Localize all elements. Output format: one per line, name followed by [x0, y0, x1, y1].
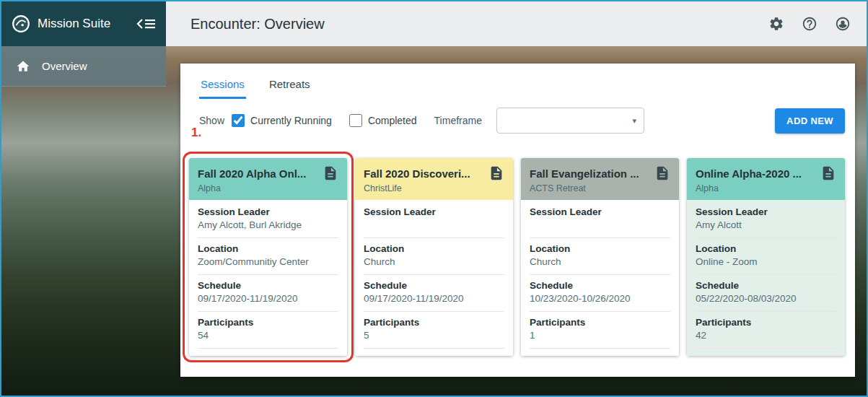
- field-label: Session Leader: [696, 206, 836, 217]
- brand-title: Mission Suite: [38, 17, 110, 31]
- card-header: Fall 2020 Alpha Onl... Alpha: [189, 158, 347, 200]
- field-value: 54: [198, 330, 338, 341]
- field-label: Schedule: [696, 280, 836, 291]
- sidebar-brand: Mission Suite: [1, 1, 166, 46]
- field-value: 42: [696, 330, 836, 341]
- currently-running-label: Currently Running: [250, 115, 332, 126]
- sidebar-item-overview[interactable]: Overview: [1, 46, 166, 87]
- field-label: Participants: [696, 317, 836, 328]
- card-header: Online Alpha-2020 ... Alpha: [687, 158, 845, 200]
- session-card[interactable]: Fall Evangelization ... ACTS Retreat Ses…: [521, 158, 679, 356]
- field-value: 09/17/2020-11/19/2020: [364, 293, 504, 305]
- page-title: Encounter: Overview: [190, 16, 325, 32]
- field-value: Church: [530, 256, 670, 268]
- document-icon[interactable]: [820, 165, 836, 181]
- timeframe-label: Timeframe: [434, 115, 482, 126]
- header: Encounter: Overview: [166, 1, 867, 46]
- timeframe-select[interactable]: ▾: [496, 108, 644, 134]
- content-panel: Sessions Retreats Show Currently Running…: [180, 64, 855, 377]
- chevron-down-icon: ▾: [632, 116, 636, 126]
- card-subtitle: Alpha: [198, 183, 338, 193]
- field-value: Amy Alcott: [696, 219, 836, 231]
- field-value: 05/22/2020-08/03/2020: [696, 293, 836, 305]
- field-label: Participants: [364, 317, 504, 328]
- field-schedule: Schedule 09/17/2020-11/19/2020: [198, 275, 338, 312]
- field-participants: Participants 5: [364, 312, 504, 349]
- card-subtitle: ChristLife: [364, 183, 504, 193]
- field-participants: Participants 1: [530, 312, 670, 349]
- field-label: Schedule: [364, 280, 504, 291]
- field-participants: Participants 54: [198, 312, 338, 349]
- field-label: Session Leader: [530, 206, 670, 217]
- field-value: [364, 219, 504, 231]
- completed-label: Completed: [368, 115, 417, 126]
- card-header: Fall Evangelization ... ACTS Retreat: [521, 158, 679, 200]
- filter-completed[interactable]: Completed: [349, 114, 417, 127]
- annotation-step-number: 1.: [191, 126, 201, 140]
- field-schedule: Schedule 10/23/2020-10/26/2020: [530, 275, 670, 312]
- field-location: Location Online - Zoom: [696, 238, 836, 275]
- field-value: [530, 219, 670, 231]
- card-body: Session Leader Location Church Schedule …: [521, 200, 679, 356]
- card-header: Fall 2020 Discoveri... ChristLife: [355, 158, 513, 200]
- field-value: 09/17/2020-11/19/2020: [198, 293, 338, 305]
- card-body: Session Leader Amy Alcott Location Onlin…: [687, 200, 845, 356]
- field-label: Session Leader: [364, 206, 504, 217]
- field-location: Location Church: [364, 238, 504, 275]
- field-value: Online - Zoom: [696, 256, 836, 268]
- account-icon[interactable]: [835, 16, 851, 32]
- field-label: Location: [364, 243, 504, 254]
- field-location: Location Zoom/Communitiy Center: [198, 238, 338, 275]
- field-label: Schedule: [530, 280, 670, 291]
- add-new-button[interactable]: ADD NEW: [775, 108, 845, 134]
- document-icon[interactable]: [654, 165, 670, 181]
- filter-currently-running[interactable]: Currently Running: [232, 114, 332, 127]
- field-value: Zoom/Communitiy Center: [198, 256, 338, 268]
- field-session-leader: Session Leader: [530, 201, 670, 238]
- tabs: Sessions Retreats: [189, 74, 845, 99]
- field-label: Participants: [198, 317, 338, 328]
- sidebar-item-label: Overview: [42, 60, 87, 72]
- card-body: Session Leader Amy Alcott, Burl Akridge …: [189, 200, 347, 356]
- card-body: Session Leader Location Church Schedule …: [355, 200, 513, 356]
- field-schedule: Schedule 09/17/2020-11/19/2020: [364, 275, 504, 312]
- field-location: Location Church: [530, 238, 670, 275]
- document-icon[interactable]: [488, 165, 504, 181]
- field-label: Session Leader: [198, 206, 338, 217]
- field-label: Location: [530, 243, 670, 254]
- field-value: 10/23/2020-10/26/2020: [530, 293, 670, 305]
- field-label: Location: [696, 243, 836, 254]
- mission-suite-app: { "colors": { "accent_blue": "#1e88e5", …: [0, 0, 868, 397]
- field-value: Church: [364, 256, 504, 268]
- session-card[interactable]: Fall 2020 Alpha Onl... Alpha Session Lea…: [189, 158, 347, 356]
- session-card[interactable]: Online Alpha-2020 ... Alpha Session Lead…: [687, 158, 845, 356]
- sidebar-collapse-icon[interactable]: [136, 17, 157, 31]
- sidebar: Mission Suite Overview: [1, 1, 166, 396]
- help-icon[interactable]: [802, 16, 817, 32]
- completed-checkbox[interactable]: [349, 114, 362, 127]
- document-icon[interactable]: [323, 165, 338, 181]
- session-card[interactable]: Fall 2020 Discoveri... ChristLife Sessio…: [355, 158, 513, 356]
- header-actions: [768, 16, 851, 32]
- tab-retreats[interactable]: Retreats: [268, 74, 312, 99]
- card-title: Fall Evangelization ...: [530, 167, 649, 180]
- tab-sessions[interactable]: Sessions: [199, 74, 246, 99]
- field-session-leader: Session Leader: [364, 201, 504, 238]
- filter-bar: Show Currently Running Completed Timefra…: [189, 108, 845, 134]
- field-label: Schedule: [198, 280, 338, 291]
- card-subtitle: Alpha: [696, 183, 836, 193]
- field-value: 1: [530, 330, 670, 341]
- field-value: Amy Alcott, Burl Akridge: [198, 219, 338, 231]
- field-value: 5: [364, 330, 504, 341]
- card-title: Online Alpha-2020 ...: [696, 167, 815, 180]
- show-label: Show: [199, 115, 224, 126]
- field-label: Location: [198, 243, 338, 254]
- field-session-leader: Session Leader Amy Alcott: [696, 201, 836, 238]
- currently-running-checkbox[interactable]: [232, 114, 245, 127]
- settings-gear-icon[interactable]: [768, 16, 784, 32]
- mission-suite-logo-icon: [12, 14, 30, 33]
- field-session-leader: Session Leader Amy Alcott, Burl Akridge: [198, 201, 338, 238]
- field-schedule: Schedule 05/22/2020-08/03/2020: [696, 275, 836, 312]
- session-cards: Fall 2020 Alpha Onl... Alpha Session Lea…: [189, 158, 845, 356]
- card-title: Fall 2020 Discoveri...: [364, 167, 483, 180]
